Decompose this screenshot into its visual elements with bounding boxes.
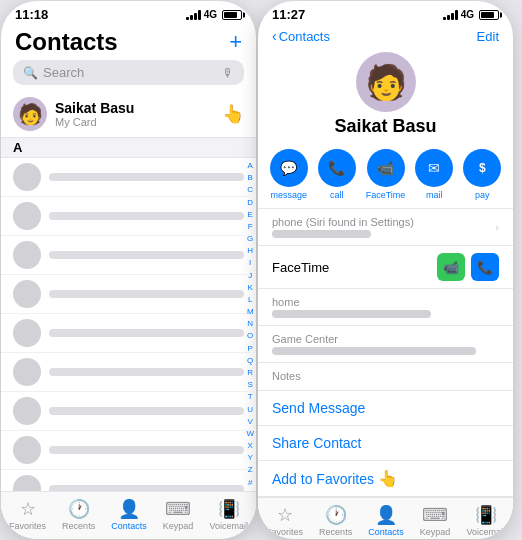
signal-icon bbox=[186, 10, 201, 20]
notes-row[interactable]: Notes bbox=[258, 363, 513, 391]
contact-avatar bbox=[13, 397, 41, 425]
back-button[interactable]: ‹ Contacts bbox=[272, 28, 330, 44]
list-item[interactable] bbox=[1, 236, 256, 275]
network-label-right: 4G bbox=[461, 9, 474, 20]
game-center-row[interactable]: Game Center bbox=[258, 326, 513, 363]
facetime-circle: 📹 bbox=[367, 149, 405, 187]
game-center-label: Game Center bbox=[272, 333, 499, 345]
tab-contacts-label-right: Contacts bbox=[368, 527, 404, 537]
section-header-a: A bbox=[1, 138, 256, 158]
tab-voicemail-label-right: Voicemail bbox=[466, 527, 505, 537]
contact-avatar bbox=[13, 358, 41, 386]
tab-voicemail[interactable]: 📳 Voicemail bbox=[209, 498, 248, 531]
tab-favorites-label-right: Favorites bbox=[266, 527, 303, 537]
pay-action-button[interactable]: $ pay bbox=[463, 149, 501, 200]
notes-label: Notes bbox=[272, 370, 499, 382]
contact-name-blurred bbox=[49, 212, 244, 220]
tab-recents-right[interactable]: 🕐 Recents bbox=[319, 504, 352, 537]
pay-label: pay bbox=[475, 190, 490, 200]
contact-name-blurred bbox=[49, 329, 244, 337]
facetime-audio-button[interactable]: 📞 bbox=[471, 253, 499, 281]
tab-favorites[interactable]: ☆ Favorites bbox=[9, 498, 46, 531]
network-label: 4G bbox=[204, 9, 217, 20]
tab-recents[interactable]: 🕐 Recents bbox=[62, 498, 95, 531]
contact-avatar bbox=[13, 202, 41, 230]
tab-favorites-right[interactable]: ☆ Favorites bbox=[266, 504, 303, 537]
link-rows: Send Message Share Contact Add to Favori… bbox=[258, 391, 513, 497]
share-contact-label: Share Contact bbox=[272, 435, 362, 451]
contact-name-blurred bbox=[49, 173, 244, 181]
tab-contacts-right[interactable]: 👤 Contacts bbox=[368, 504, 404, 537]
tab-keypad-right[interactable]: ⌨ Keypad bbox=[420, 504, 451, 537]
list-item[interactable] bbox=[1, 431, 256, 470]
tab-recents-label-right: Recents bbox=[319, 527, 352, 537]
my-card-row[interactable]: 🧑 Saikat Basu My Card 👆 bbox=[1, 91, 256, 138]
send-message-button[interactable]: Send Message bbox=[258, 391, 513, 426]
alphabet-index[interactable]: A B C D E F G H I J K L M N O P Q R S T … bbox=[246, 158, 254, 491]
facetime-row: FaceTime 📹 📞 bbox=[258, 246, 513, 289]
detail-section: phone (Siri found in Settings) › FaceTim… bbox=[258, 208, 513, 391]
profile-avatar: 🧑 bbox=[356, 52, 416, 112]
facetime-action-button[interactable]: 📹 FaceTime bbox=[366, 149, 406, 200]
time-right: 11:27 bbox=[272, 7, 305, 22]
right-phone: 11:27 4G ‹ Contacts Edit 🧑 Saikat Basu bbox=[258, 1, 513, 539]
contact-detail-header: ‹ Contacts Edit bbox=[258, 24, 513, 46]
tab-contacts-label: Contacts bbox=[111, 521, 147, 531]
add-contact-button[interactable]: + bbox=[229, 29, 242, 55]
tab-bar-left: ☆ Favorites 🕐 Recents 👤 Contacts ⌨ Keypa… bbox=[1, 491, 256, 539]
tab-favorites-label: Favorites bbox=[9, 521, 46, 531]
contact-name-blurred bbox=[49, 251, 244, 259]
tab-contacts[interactable]: 👤 Contacts bbox=[111, 498, 147, 531]
list-item[interactable] bbox=[1, 314, 256, 353]
pay-circle: $ bbox=[463, 149, 501, 187]
signal-icon-right bbox=[443, 10, 458, 20]
recents-icon-right: 🕐 bbox=[325, 504, 347, 526]
status-bar-right: 11:27 4G bbox=[258, 1, 513, 24]
mail-action-button[interactable]: ✉ mail bbox=[415, 149, 453, 200]
home-row[interactable]: home bbox=[258, 289, 513, 326]
search-placeholder: Search bbox=[43, 65, 217, 80]
facetime-video-button[interactable]: 📹 bbox=[437, 253, 465, 281]
cursor-hand: 👆 bbox=[222, 103, 244, 125]
search-bar[interactable]: 🔍 Search 🎙 bbox=[13, 60, 244, 85]
list-item[interactable] bbox=[1, 197, 256, 236]
my-card-sub: My Card bbox=[55, 116, 134, 128]
battery-icon-right bbox=[479, 10, 499, 20]
tab-keypad[interactable]: ⌨ Keypad bbox=[163, 498, 194, 531]
my-card-name: Saikat Basu bbox=[55, 100, 134, 116]
tab-keypad-label-right: Keypad bbox=[420, 527, 451, 537]
message-action-button[interactable]: 💬 message bbox=[270, 149, 308, 200]
phone-row[interactable]: phone (Siri found in Settings) › bbox=[258, 209, 513, 246]
list-item[interactable] bbox=[1, 470, 256, 491]
home-value-blurred bbox=[272, 310, 431, 318]
list-item[interactable] bbox=[1, 275, 256, 314]
keypad-icon: ⌨ bbox=[165, 498, 191, 520]
phone-label: phone (Siri found in Settings) bbox=[272, 216, 414, 228]
add-to-favorites-button[interactable]: Add to Favorites 👆 bbox=[258, 461, 513, 497]
call-action-button[interactable]: 📞 call bbox=[318, 149, 356, 200]
contact-name-blurred bbox=[49, 407, 244, 415]
facetime-row-label: FaceTime bbox=[272, 260, 329, 275]
contact-name-blurred bbox=[49, 446, 244, 454]
contacts-icon-right: 👤 bbox=[375, 504, 397, 526]
facetime-icons: 📹 📞 bbox=[437, 253, 499, 281]
contact-name-blurred bbox=[49, 368, 244, 376]
send-message-label: Send Message bbox=[272, 400, 365, 416]
message-circle: 💬 bbox=[270, 149, 308, 187]
facetime-label: FaceTime bbox=[366, 190, 406, 200]
list-item[interactable] bbox=[1, 392, 256, 431]
list-item[interactable] bbox=[1, 353, 256, 392]
contacts-icon: 👤 bbox=[118, 498, 140, 520]
back-label: Contacts bbox=[279, 29, 330, 44]
action-buttons: 💬 message 📞 call 📹 FaceTime ✉ mail $ pay bbox=[258, 145, 513, 208]
tab-voicemail-right[interactable]: 📳 Voicemail bbox=[466, 504, 505, 537]
call-circle: 📞 bbox=[318, 149, 356, 187]
my-card-info: Saikat Basu My Card bbox=[55, 100, 134, 128]
share-contact-button[interactable]: Share Contact bbox=[258, 426, 513, 461]
status-icons-right: 4G bbox=[443, 9, 499, 20]
mic-icon: 🎙 bbox=[222, 66, 234, 80]
contact-avatar bbox=[13, 475, 41, 491]
game-center-value-blurred bbox=[272, 347, 476, 355]
list-item[interactable] bbox=[1, 158, 256, 197]
edit-button[interactable]: Edit bbox=[477, 29, 499, 44]
